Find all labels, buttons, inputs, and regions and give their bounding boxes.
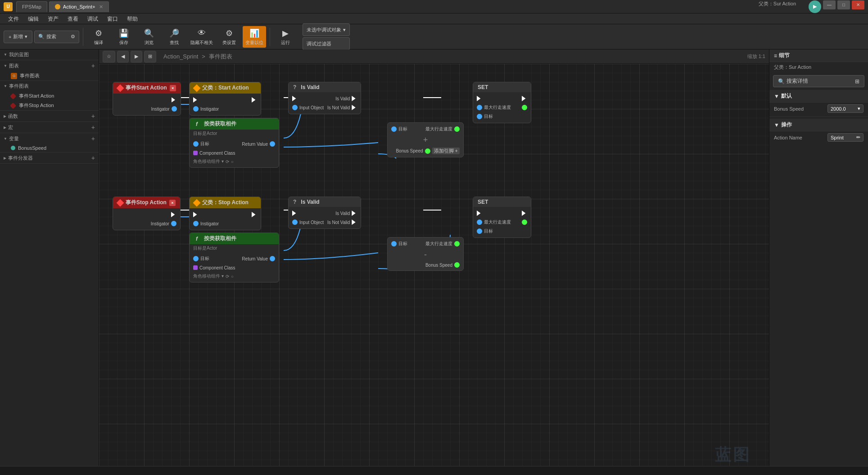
- macros-header[interactable]: ▶ 宏 +: [0, 122, 99, 133]
- maximize-btn[interactable]: □: [837, 0, 850, 9]
- functions-header[interactable]: ▶ 函数 +: [0, 111, 99, 121]
- minimize-btn[interactable]: —: [823, 0, 836, 9]
- event-dispatchers-header[interactable]: ▶ 事件分发器 +: [0, 152, 99, 163]
- tab-close-btn[interactable]: ✕: [99, 4, 103, 10]
- sub-bot-bonus-pin: [454, 262, 460, 268]
- add-top-addpin-btn[interactable]: 添加引脚 +: [432, 148, 460, 154]
- add-top-body: 目标 最大行走速度 + Bonus Speed 添加引脚 +: [388, 123, 463, 157]
- bp-graph-select-btn[interactable]: ⊞: [144, 51, 156, 63]
- tab-action-sprint[interactable]: Action_Sprint+ ✕: [49, 1, 109, 12]
- add-top-maxwalk-label: 最大行走速度: [425, 126, 452, 132]
- bonus-speed-dropdown-icon: ▾: [858, 106, 860, 112]
- set-bot-maxwalk-row: 最大行走速度: [473, 218, 531, 227]
- set-bot-node[interactable]: SET 最大行走速度 目: [473, 197, 531, 238]
- toolbar-var-btn[interactable]: 📊 变量以位: [243, 26, 266, 48]
- search-box[interactable]: 🔍 搜索 ⚙: [34, 31, 79, 43]
- bp-star-btn[interactable]: ☆: [103, 51, 115, 63]
- start-action-item[interactable]: 事件Start Action: [0, 91, 99, 101]
- is-valid-bot-input-label: Input Object: [299, 220, 324, 225]
- event-start-title: 事件Start Action: [126, 84, 167, 92]
- set-top-node[interactable]: SET 最大行走速度 目: [473, 82, 531, 123]
- action-name-field-value[interactable]: Sprint ✏: [827, 133, 863, 142]
- macros-add-btn[interactable]: +: [91, 124, 95, 131]
- close-btn[interactable]: ✕: [852, 0, 864, 9]
- event-start-close[interactable]: ×: [170, 85, 176, 91]
- parent-start-node[interactable]: 父类：Start Action Instigator: [189, 82, 261, 116]
- toolbar-hide-btn[interactable]: 👁 隐藏不相关: [188, 26, 216, 48]
- bp-canvas[interactable]: 事件Start Action × Instigator 父: [99, 64, 769, 475]
- set-bot-maxwalk-label: 最大行走速度: [484, 219, 511, 225]
- graphs-header[interactable]: ▼ 图表 +: [0, 60, 99, 71]
- bonus-speed-var-item[interactable]: BonusSpeed: [0, 144, 99, 152]
- macros-label: 宏: [8, 124, 13, 131]
- tab-fpsmap[interactable]: FPSMap: [16, 1, 47, 12]
- toolbar-find-btn[interactable]: 🔎 查找: [163, 26, 186, 48]
- sub-bot-node[interactable]: 目标 最大行走速度 - Bonus Speed: [387, 237, 464, 271]
- event-start-instigator-pin: [172, 106, 177, 112]
- parent-start-instigator-row: Instigator: [190, 104, 261, 113]
- cast-top-node[interactable]: f 按类获取相件 目标是Actor 目标 Return Value Compon…: [189, 118, 279, 168]
- details-icon: ≡: [774, 53, 777, 59]
- set-top-exec-in: [477, 96, 482, 101]
- parent-stop-node[interactable]: 父类：Stop Action Instigator: [189, 197, 261, 230]
- breadcrumb-asset[interactable]: Action_Sprint: [163, 53, 198, 60]
- find-label: 查找: [170, 40, 179, 46]
- my-blueprint-header[interactable]: ▼ 我的蓝图: [0, 49, 99, 60]
- stop-action-item[interactable]: 事件Stop Action: [0, 101, 99, 110]
- actions-section-header[interactable]: ▼ 操作: [769, 119, 868, 131]
- set-bot-exec-in: [477, 211, 482, 216]
- add-button[interactable]: + 新增 ▾: [4, 31, 32, 43]
- toolbar-browse-btn[interactable]: 🔍 浏览: [137, 26, 161, 48]
- bonus-speed-field-value[interactable]: 2000.0 ▾: [827, 104, 863, 113]
- variables-add-btn[interactable]: +: [91, 135, 95, 142]
- menu-view[interactable]: 查看: [63, 13, 83, 24]
- is-valid-top-exec-row: Is Valid: [289, 94, 361, 103]
- right-search-box[interactable]: 🔍 搜索详情 ⊞: [773, 75, 864, 87]
- toolbar-compile-btn[interactable]: ⚙ 编译: [87, 26, 110, 48]
- functions-section: ▶ 函数 +: [0, 111, 99, 122]
- add-top-bonus-label: Bonus Speed: [396, 148, 423, 153]
- event-stop-close[interactable]: ×: [169, 200, 176, 206]
- menu-edit[interactable]: 编辑: [23, 13, 43, 24]
- toolbar-class-settings-btn[interactable]: ⚙ 类设置: [217, 26, 241, 48]
- add-top-node[interactable]: 目标 最大行走速度 + Bonus Speed 添加引脚 +: [387, 122, 464, 157]
- functions-add-btn[interactable]: +: [91, 112, 95, 120]
- is-valid-top-node[interactable]: ? Is Valid Is Valid Input Object Is No: [288, 82, 361, 114]
- debug-filter-btn[interactable]: 调试过滤器: [303, 37, 350, 50]
- event-graph-item[interactable]: G 事件图表: [0, 71, 99, 81]
- menu-assets[interactable]: 资产: [43, 13, 63, 24]
- cast-bot-target-pin: [193, 256, 199, 261]
- parent-stop-title: 父类：Stop Action: [202, 199, 249, 206]
- is-valid-bot-node[interactable]: ? Is Valid Is Valid Input Object Is No: [288, 197, 361, 229]
- debug-target-dropdown[interactable]: 未选中调试对象 ▾: [303, 23, 350, 36]
- parent-stop-icon: [193, 199, 201, 206]
- add-chevron: ▾: [25, 34, 27, 40]
- bp-back-btn[interactable]: ◀: [117, 51, 129, 63]
- menu-help[interactable]: 帮助: [122, 13, 142, 24]
- event-dispatchers-label: 事件分发器: [8, 155, 33, 161]
- graphs-add-btn[interactable]: +: [91, 62, 95, 69]
- parent-stop-exec-in: [193, 212, 199, 217]
- event-dispatchers-add-btn[interactable]: +: [91, 154, 95, 161]
- left-panel: ▼ 我的蓝图 ▼ 图表 + G 事件图表 ▼ 事件图表 事件Start Acti…: [0, 49, 99, 475]
- is-valid-bot-exec-row: Is Valid: [289, 209, 361, 218]
- bp-forward-btn[interactable]: ▶: [131, 51, 142, 63]
- cast-bot-node[interactable]: f 按类获取相件 目标是Actor 目标 Return Value Compon…: [189, 233, 279, 282]
- toolbar-run-btn[interactable]: ▶ 运行: [274, 26, 297, 48]
- is-valid-bot-input-row: Input Object Is Not Valid: [289, 218, 361, 227]
- event-stop-node[interactable]: 事件Stop Action × Instigator: [113, 197, 181, 230]
- event-stop-header: 事件Stop Action ×: [113, 197, 180, 208]
- cast-top-target-label: 目标: [200, 141, 209, 147]
- event-start-node[interactable]: 事件Start Action × Instigator: [113, 82, 181, 116]
- defaults-section-header[interactable]: ▼ 默认: [769, 90, 868, 103]
- toolbar-save-btn[interactable]: 💾 保存: [112, 26, 136, 48]
- canvas-area[interactable]: ☆ ◀ ▶ ⊞ Action_Sprint > 事件图表 缩放 1:1: [99, 49, 769, 475]
- events-header[interactable]: ▼ 事件图表: [0, 81, 99, 91]
- menu-window[interactable]: 窗口: [103, 13, 122, 24]
- menu-debug[interactable]: 调试: [83, 13, 103, 24]
- parent-stop-instigator-label: Instigator: [200, 221, 219, 226]
- add-icon: +: [9, 34, 11, 40]
- menu-file[interactable]: 文件: [4, 13, 23, 24]
- right-search-options: ⊞: [855, 78, 859, 85]
- variables-header[interactable]: ▼ 变量 +: [0, 133, 99, 144]
